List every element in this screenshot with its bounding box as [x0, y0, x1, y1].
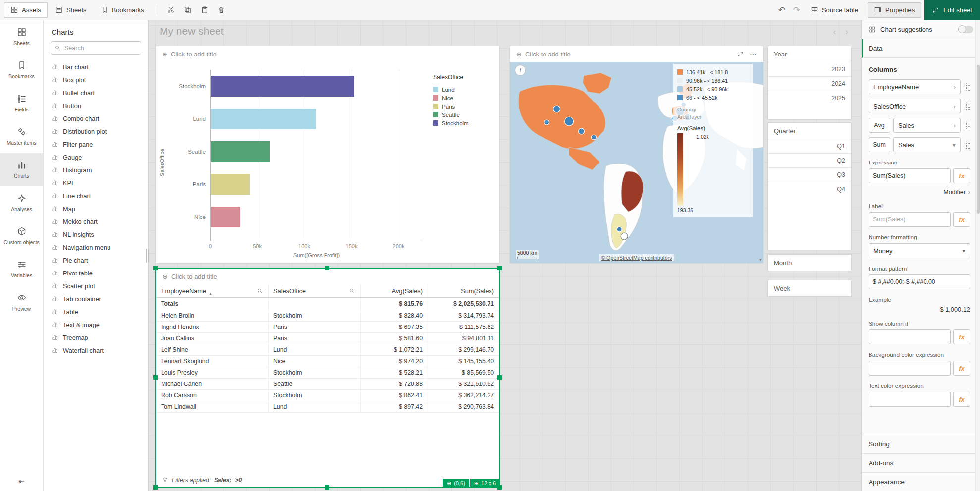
- chart-type-item[interactable]: NL insights: [44, 228, 148, 241]
- legend-item[interactable]: Lund: [433, 85, 497, 94]
- filter-value[interactable]: 2023: [768, 62, 851, 76]
- rail-item-preview[interactable]: Preview: [0, 286, 43, 319]
- map-title-bar[interactable]: ⊕ Click to add title ⋯: [510, 46, 763, 62]
- map-legend-range[interactable]: 66 - < 45.52k: [677, 93, 749, 102]
- map-legend-range[interactable]: 45.52k - < 90.96k: [677, 85, 749, 93]
- column-search-icon[interactable]: [257, 288, 263, 294]
- column-header-sum-sales[interactable]: Sum(Sales): [428, 284, 499, 297]
- chart-type-item[interactable]: KPI: [44, 176, 148, 189]
- chart-type-item[interactable]: Line chart: [44, 189, 148, 202]
- chart-type-item[interactable]: Map: [44, 202, 148, 215]
- chart-type-item[interactable]: Table: [44, 305, 148, 318]
- info-icon[interactable]: i: [515, 65, 526, 76]
- drag-handle-icon[interactable]: [965, 83, 970, 91]
- column-header-employeename[interactable]: EmployeeName ▲: [156, 284, 269, 297]
- section-row[interactable]: Add-ons: [862, 453, 980, 472]
- rail-item-variables[interactable]: Variables: [0, 253, 43, 286]
- filter-value[interactable]: 2025: [768, 91, 851, 105]
- chart-type-item[interactable]: Mekko chart: [44, 215, 148, 228]
- cell-employee-name[interactable]: Michael Carlen: [156, 379, 269, 389]
- chart-type-item[interactable]: Gauge: [44, 151, 148, 164]
- label-fx-button[interactable]: fx: [953, 212, 970, 227]
- chart-type-item[interactable]: Histogram: [44, 164, 148, 176]
- legend-scroll-caret-icon[interactable]: ▾: [759, 257, 762, 262]
- drag-handle-icon[interactable]: [965, 103, 970, 110]
- bar[interactable]: [211, 76, 354, 97]
- table-row[interactable]: Lennart Skoglund Nice $ 974.20 $ 145,155…: [156, 356, 499, 367]
- resize-handle[interactable]: [325, 485, 329, 490]
- bar[interactable]: [211, 207, 240, 227]
- column-search-icon[interactable]: [349, 288, 355, 294]
- table-row[interactable]: Tom Lindwall Lund $ 897.42 $ 290,763.84: [156, 401, 499, 413]
- label-input[interactable]: [869, 212, 951, 227]
- measure-chip[interactable]: Sales ›: [893, 118, 961, 133]
- cell-sum-sales[interactable]: $ 85,569.50: [428, 367, 499, 378]
- filter-pane-month[interactable]: Month: [767, 254, 852, 271]
- resize-handle[interactable]: [497, 266, 502, 270]
- section-data[interactable]: Data: [862, 39, 980, 58]
- cell-employee-name[interactable]: Tom Lindwall: [156, 401, 269, 412]
- collapse-panel-button[interactable]: ⇤: [0, 477, 43, 486]
- more-menu-icon[interactable]: ⋯: [750, 50, 757, 58]
- column-header-avg-sales[interactable]: Avg(Sales): [361, 284, 428, 297]
- table-row[interactable]: Michael Carlen Seattle $ 720.88 $ 321,51…: [156, 379, 499, 390]
- legend-item[interactable]: Stockholm: [433, 119, 497, 127]
- column-header-salesoffice[interactable]: SalesOffice: [269, 284, 361, 297]
- section-row[interactable]: Appearance: [862, 472, 980, 491]
- rail-item-bookmarks[interactable]: Bookmarks: [0, 54, 43, 87]
- cell-sales-office[interactable]: Paris: [269, 322, 361, 332]
- cell-sum-sales[interactable]: $ 299,146.70: [428, 344, 499, 355]
- aggregation-button[interactable]: Avg: [869, 118, 890, 133]
- background-color-fx-button[interactable]: fx: [953, 361, 970, 376]
- cell-sum-sales[interactable]: $ 145,155.40: [428, 356, 499, 367]
- resize-handle[interactable]: [153, 375, 158, 380]
- map-body[interactable]: i 136.41k - < 181.8 90.96k - < 1: [510, 62, 763, 263]
- filter-pane-quarter[interactable]: Quarter Q1Q2Q3Q4: [767, 122, 852, 250]
- cell-sales-office[interactable]: Paris: [269, 333, 361, 344]
- rail-item-master-items[interactable]: Master items: [0, 120, 43, 153]
- legend-item[interactable]: Seattle: [433, 110, 497, 119]
- prev-sheet-icon[interactable]: ‹: [833, 26, 836, 37]
- chart-type-item[interactable]: Distribution plot: [44, 125, 148, 138]
- rail-item-sheets[interactable]: Sheets: [0, 20, 43, 54]
- chart-type-item[interactable]: Filter pane: [44, 138, 148, 151]
- resize-handle[interactable]: [153, 266, 158, 270]
- cell-sales-office[interactable]: Stockholm: [269, 367, 361, 378]
- chart-type-item[interactable]: Bar chart: [44, 60, 148, 73]
- properties-button[interactable]: Properties: [868, 2, 921, 18]
- filter-value[interactable]: Q1: [768, 139, 851, 153]
- filter-value[interactable]: Q4: [768, 182, 851, 196]
- bar[interactable]: [211, 174, 250, 195]
- rail-item-fields[interactable]: Fields: [0, 87, 43, 120]
- expression-input[interactable]: [869, 168, 951, 183]
- text-color-fx-button[interactable]: fx: [953, 392, 970, 407]
- rail-item-charts[interactable]: Charts: [0, 153, 43, 186]
- scrollbar-thumb[interactable]: [977, 65, 980, 214]
- chart-type-item[interactable]: Combo chart: [44, 112, 148, 125]
- cell-sum-sales[interactable]: $ 314,793.74: [428, 310, 499, 321]
- resize-handle[interactable]: [153, 485, 158, 490]
- bar[interactable]: [211, 109, 316, 129]
- cell-avg-sales[interactable]: $ 697.35: [361, 322, 428, 332]
- cell-avg-sales[interactable]: $ 1,072.21: [361, 344, 428, 355]
- map-legend-range[interactable]: 136.41k - < 181.8: [677, 68, 749, 76]
- table-row[interactable]: Helen Brolin Stockholm $ 828.40 $ 314,79…: [156, 310, 499, 322]
- table-row[interactable]: Rob Carsson Stockholm $ 862.41 $ 362,214…: [156, 390, 499, 401]
- filter-value[interactable]: 2024: [768, 76, 851, 91]
- filter-pane-week[interactable]: Week: [767, 280, 852, 297]
- chart-type-item[interactable]: Pie chart: [44, 254, 148, 267]
- cell-avg-sales[interactable]: $ 828.40: [361, 310, 428, 321]
- resize-handle[interactable]: [497, 375, 502, 380]
- chart-type-item[interactable]: Box plot: [44, 73, 148, 86]
- bar-chart-object[interactable]: ⊕ Click to add title SalesOffice Stockho…: [155, 46, 500, 264]
- cell-sum-sales[interactable]: $ 94,801.11: [428, 333, 499, 344]
- undo-button[interactable]: ↶: [774, 5, 789, 15]
- table-row[interactable]: Joan Callins Paris $ 581.60 $ 94,801.11: [156, 333, 499, 344]
- table-row[interactable]: Ingrid Hendrix Paris $ 697.35 $ 111,575.…: [156, 322, 499, 333]
- bar[interactable]: [211, 141, 270, 162]
- chart-suggestions-toggle[interactable]: [958, 26, 973, 33]
- legend-item[interactable]: Paris: [433, 102, 497, 110]
- paste-button[interactable]: [197, 2, 213, 17]
- modifier-link[interactable]: Modifier ›: [869, 189, 970, 196]
- redo-button[interactable]: ↷: [789, 5, 804, 15]
